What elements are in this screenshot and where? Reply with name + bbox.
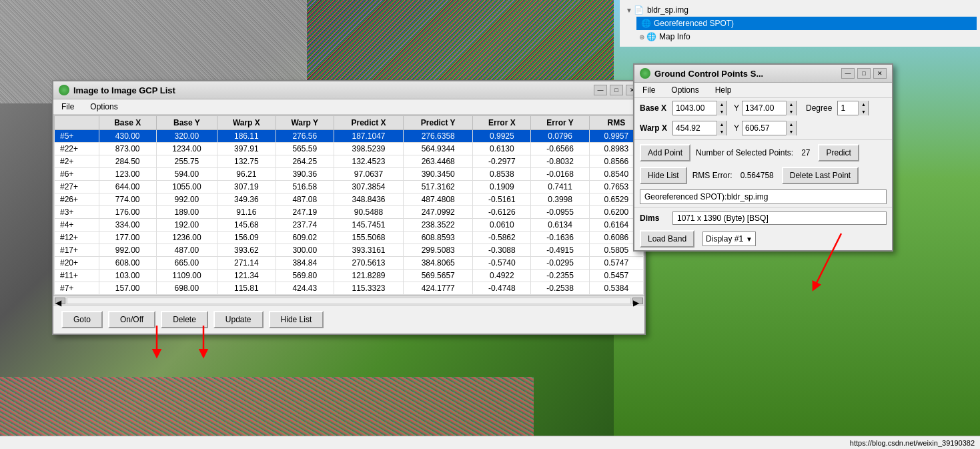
- gcp-settings-title: Ground Control Points S...: [640, 68, 763, 79]
- hide-rms-row: Hide List RMS Error: 0.564758 Delete Las…: [634, 164, 892, 187]
- goto-button[interactable]: Goto: [61, 311, 103, 328]
- hide-list-button[interactable]: Hide List: [269, 311, 324, 328]
- base-y-arrows: ▲ ▼: [786, 101, 796, 115]
- base-x-down[interactable]: ▼: [717, 108, 726, 115]
- base-x-input[interactable]: [673, 103, 716, 113]
- settings-maximize-button[interactable]: □: [857, 68, 871, 79]
- degree-down[interactable]: ▼: [859, 108, 868, 115]
- tree-item-georef[interactable]: 🌐 Georeferenced SPOT): [636, 17, 977, 30]
- base-y-up[interactable]: ▲: [787, 101, 796, 108]
- warp-y-arrows: ▲ ▼: [786, 121, 796, 135]
- gcp-list-title: Image to Image GCP List: [59, 85, 175, 95]
- col-header-warp-x: Warp X: [217, 116, 276, 130]
- settings-minimize-button[interactable]: —: [841, 68, 855, 79]
- table-row[interactable]: #12+177.001236.00156.09609.02155.5068608…: [55, 232, 644, 244]
- base-y-input[interactable]: [743, 103, 786, 113]
- warp-y-down[interactable]: ▼: [787, 128, 796, 135]
- settings-menu-file[interactable]: File: [640, 84, 658, 96]
- table-row[interactable]: #3+176.00189.0091.16247.1990.5488247.099…: [55, 206, 644, 219]
- horizontal-scrollbar[interactable]: ◀ ▶: [53, 296, 644, 305]
- hide-list-button-settings[interactable]: Hide List: [640, 167, 687, 184]
- maximize-button[interactable]: □: [610, 85, 623, 95]
- table-row[interactable]: #4+334.00192.00145.68237.74145.7451238.3…: [55, 219, 644, 232]
- table-row[interactable]: #5+430.00320.00186.11276.56187.1047276.6…: [55, 130, 644, 143]
- settings-close-button[interactable]: ✕: [873, 68, 887, 79]
- table-row[interactable]: #6+123.00594.0096.21390.3697.0637390.345…: [55, 168, 644, 181]
- degree-arrows: ▲ ▼: [858, 101, 868, 115]
- table-row[interactable]: #17+992.00487.00393.62300.00393.3161299.…: [55, 244, 644, 257]
- load-band-button[interactable]: Load Band: [640, 230, 694, 248]
- base-x-arrows: ▲ ▼: [716, 101, 726, 115]
- dims-label: Dims: [640, 213, 670, 223]
- add-point-button[interactable]: Add Point: [640, 144, 690, 161]
- dims-row: Dims 1071 x 1390 (Byte) [BSQ]: [634, 209, 892, 228]
- col-header-pred-x: Predict X: [334, 116, 403, 130]
- expand-icon3: ⊕: [639, 33, 644, 41]
- tree-item-bldr[interactable]: ▼ 📄 bldr_sp.img: [623, 3, 977, 17]
- gcp-list-btn-bar: Goto On/Off Delete Update Hide List: [53, 305, 644, 334]
- warp-x-down[interactable]: ▼: [717, 128, 726, 135]
- rms-value: 0.564758: [738, 169, 777, 181]
- menu-options[interactable]: Options: [87, 101, 120, 113]
- base-y-down[interactable]: ▼: [787, 108, 796, 115]
- scroll-track[interactable]: [67, 298, 631, 304]
- warp-y-spinner[interactable]: ▲ ▼: [742, 121, 797, 135]
- file-path-box: Georeferenced SPOT):bldr_sp.img: [640, 189, 887, 204]
- gcp-table-container[interactable]: Base X Base Y Warp X Warp Y Predict X Pr…: [53, 115, 644, 296]
- table-row[interactable]: #7+157.00698.00115.81424.43115.3323424.1…: [55, 282, 644, 295]
- predict-button[interactable]: Predict: [818, 144, 859, 161]
- warp-xy-row: Warp X ▲ ▼ Y ▲ ▼: [634, 118, 892, 138]
- warp-y-label: Y: [734, 123, 739, 133]
- rms-label: RMS Error:: [690, 169, 735, 181]
- gcp-settings-menubar: File Options Help: [634, 83, 892, 98]
- gcp-table: Base X Base Y Warp X Warp Y Predict X Pr…: [54, 115, 644, 295]
- file-icon: 📄: [634, 5, 644, 15]
- col-header-err-x: Error X: [473, 116, 531, 130]
- table-row[interactable]: #2+284.50255.75132.75264.25132.4523263.4…: [55, 155, 644, 168]
- degree-spinner[interactable]: ▲ ▼: [837, 101, 869, 115]
- base-x-label: Base X: [640, 103, 670, 113]
- degree-input[interactable]: [838, 103, 858, 113]
- table-row[interactable]: #20+608.00665.00271.14384.84270.5613384.…: [55, 257, 644, 270]
- warp-y-input[interactable]: [743, 123, 786, 133]
- base-x-spinner[interactable]: ▲ ▼: [672, 101, 727, 115]
- divider-1: [634, 139, 892, 140]
- delete-button[interactable]: Delete: [161, 311, 208, 328]
- warp-x-spinner[interactable]: ▲ ▼: [672, 121, 727, 135]
- menu-file[interactable]: File: [59, 101, 77, 113]
- base-x-up[interactable]: ▲: [717, 101, 726, 108]
- onoff-button[interactable]: On/Off: [108, 311, 155, 328]
- degree-label: Degree: [806, 103, 832, 113]
- gcp-settings-titlebar: Ground Control Points S... — □ ✕: [634, 65, 892, 83]
- minimize-button[interactable]: —: [594, 85, 607, 95]
- warp-x-label: Warp X: [640, 123, 670, 133]
- table-row[interactable]: #22+873.001234.00397.91565.59398.5239564…: [55, 143, 644, 155]
- scroll-right-btn[interactable]: ▶: [632, 298, 643, 304]
- divider-2: [634, 207, 892, 207]
- update-button[interactable]: Update: [213, 311, 264, 328]
- table-row[interactable]: #26+774.00992.00349.36487.08348.8436487.…: [55, 193, 644, 206]
- table-row[interactable]: #11+103.001109.00121.34569.80121.8289569…: [55, 270, 644, 282]
- warp-x-up[interactable]: ▲: [717, 121, 726, 128]
- settings-window-controls: — □ ✕: [841, 68, 887, 79]
- table-row[interactable]: #27+644.001055.00307.19516.58307.3854517…: [55, 181, 644, 193]
- tree-panel: ▼ 📄 bldr_sp.img 🌐 Georeferenced SPOT) ⊕ …: [620, 0, 980, 47]
- col-header-pred-y: Predict Y: [404, 116, 473, 130]
- status-url: https://blog.csdn.net/weixin_39190382: [850, 439, 975, 447]
- settings-menu-help[interactable]: Help: [712, 84, 734, 96]
- add-point-row: Add Point Number of Selected Points: 27 …: [634, 141, 892, 164]
- warp-x-input[interactable]: [673, 123, 716, 133]
- settings-menu-options[interactable]: Options: [668, 84, 701, 96]
- warp-y-up[interactable]: ▲: [787, 121, 796, 128]
- scroll-left-btn[interactable]: ◀: [55, 298, 65, 304]
- selected-points-label: Number of Selected Points:: [693, 147, 796, 159]
- base-y-spinner[interactable]: ▲ ▼: [742, 101, 797, 115]
- dims-value: 1071 x 1390 (Byte) [BSQ]: [672, 211, 887, 225]
- delete-last-point-button[interactable]: Delete Last Point: [782, 167, 859, 184]
- degree-up[interactable]: ▲: [859, 101, 868, 108]
- display-dropdown[interactable]: Display #1 ▼: [702, 232, 756, 246]
- expand-icon: ▼: [626, 7, 632, 14]
- col-header-id: [55, 116, 99, 130]
- settings-app-icon: [640, 68, 650, 79]
- tree-item-mapinfo[interactable]: ⊕ 🌐 Map Info: [636, 30, 977, 43]
